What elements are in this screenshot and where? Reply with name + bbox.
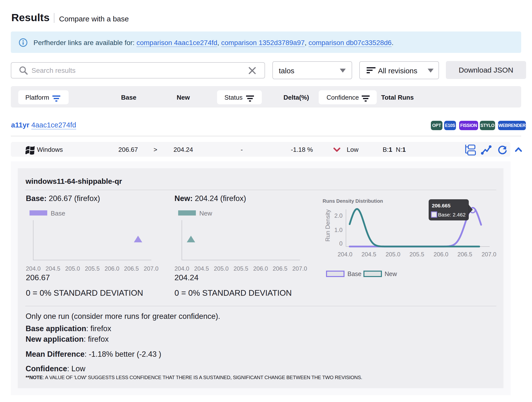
svg-text:206.665: 206.665 <box>432 203 451 208</box>
svg-text:Base: 2.462: Base: 2.462 <box>438 212 466 217</box>
